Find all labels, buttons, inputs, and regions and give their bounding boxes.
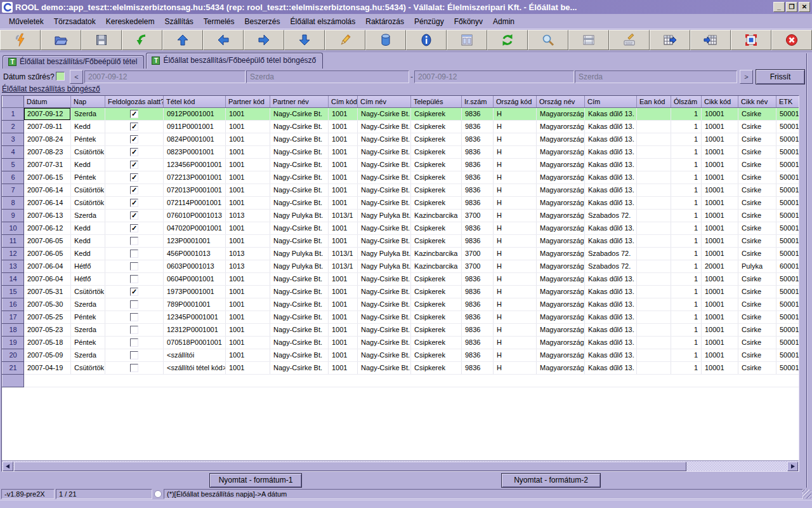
cell[interactable]: H <box>494 222 537 234</box>
cell[interactable]: Csütörtök <box>71 361 105 374</box>
cell[interactable]: 1001 <box>226 107 270 120</box>
cell[interactable]: H <box>494 298 537 311</box>
cell[interactable]: 072114P0001001 <box>164 196 226 209</box>
cell[interactable]: 2007-05-31 <box>24 285 71 298</box>
cell[interactable]: 1 <box>671 145 702 158</box>
minimize-button[interactable]: _ <box>773 2 785 12</box>
cell[interactable]: 1001 <box>329 349 358 361</box>
cell[interactable]: 2007-06-13 <box>24 209 71 222</box>
cell[interactable] <box>637 234 671 247</box>
menu-item[interactable]: Műveletek <box>4 15 49 28</box>
cell[interactable]: 1001 <box>329 184 358 196</box>
cell[interactable]: 50001 <box>776 272 799 285</box>
processing-checkbox[interactable]: ✓ <box>130 211 138 220</box>
cell[interactable]: 20001 <box>702 260 738 272</box>
cell[interactable]: Nagy-Csirke Bt. <box>270 184 329 196</box>
row-number[interactable]: 16 <box>3 298 24 311</box>
cell[interactable]: Magyarország <box>537 171 585 184</box>
prev-record-button[interactable] <box>203 30 244 50</box>
cell[interactable]: Csipkerek <box>411 184 462 196</box>
cell[interactable]: 070518P0001001 <box>164 336 226 349</box>
cell[interactable]: Nagy-Csirke Bt. <box>358 298 411 311</box>
cell[interactable]: 1001 <box>226 272 270 285</box>
row-number[interactable]: 13 <box>3 260 24 272</box>
cell[interactable]: Nagy-Csirke Bt. <box>358 107 411 120</box>
cell[interactable]: 1013/1 <box>329 247 358 260</box>
processing-checkbox[interactable] <box>130 300 138 309</box>
cell[interactable]: Kedd <box>71 222 105 234</box>
cell[interactable]: 50001 <box>776 209 799 222</box>
cell[interactable]: Nagy Pulyka Bt. <box>270 260 329 272</box>
cell[interactable]: Nagy-Csirke Bt. <box>358 361 411 374</box>
cell[interactable]: 12312P0001001 <box>164 323 226 336</box>
cell[interactable]: Szabados 72. <box>585 209 637 222</box>
cell[interactable]: <szállítói <box>164 349 226 361</box>
cell[interactable] <box>637 107 671 120</box>
cell[interactable]: 1001 <box>329 336 358 349</box>
processing-checkbox[interactable] <box>130 262 138 271</box>
cell[interactable]: 1001 <box>329 298 358 311</box>
cell[interactable]: 2007-09-12 <box>24 107 71 120</box>
cell[interactable]: H <box>494 184 537 196</box>
cell[interactable]: Nagy-Csirke Bt. <box>270 133 329 145</box>
refresh-button[interactable] <box>487 30 528 50</box>
cell[interactable]: 1001 <box>329 107 358 120</box>
exit-app-button[interactable] <box>0 30 41 50</box>
cell[interactable]: 1001 <box>226 171 270 184</box>
cell[interactable]: 1001 <box>226 361 270 374</box>
cell[interactable]: 9836 <box>462 222 494 234</box>
cell[interactable]: Csirke <box>738 158 776 171</box>
cell[interactable]: 10001 <box>702 133 738 145</box>
cell[interactable]: 10001 <box>702 323 738 336</box>
cell[interactable]: 1001 <box>226 133 270 145</box>
row-number[interactable]: 6 <box>3 171 24 184</box>
cell[interactable]: Kakas dűlő 13. <box>585 323 637 336</box>
cell[interactable]: Nagy-Csirke Bt. <box>270 361 329 374</box>
cell[interactable]: <szállítói tétel kód> <box>164 361 226 374</box>
processing-checkbox[interactable]: ✓ <box>130 161 138 169</box>
day-from-field[interactable]: Szerda <box>246 70 409 83</box>
cell[interactable]: 072013P0001001 <box>164 184 226 196</box>
cell[interactable]: 1001 <box>226 323 270 336</box>
prev-day-button[interactable]: < <box>70 70 83 84</box>
cell[interactable]: 1 <box>671 158 702 171</box>
cell[interactable]: Nagy Pulyka Bt. <box>270 247 329 260</box>
cell[interactable]: 50001 <box>776 133 799 145</box>
cell[interactable]: 9836 <box>462 323 494 336</box>
scroll-right-button[interactable] <box>787 462 798 471</box>
cell[interactable]: 10001 <box>702 120 738 133</box>
cell[interactable]: 9836 <box>462 361 494 374</box>
cell[interactable]: 1001 <box>329 196 358 209</box>
cell[interactable]: Csirke <box>738 298 776 311</box>
cell[interactable]: Magyarország <box>537 311 585 323</box>
cell[interactable]: 1001 <box>329 311 358 323</box>
next-day-button[interactable]: > <box>740 70 753 84</box>
cell[interactable]: Nagy Pulyka Bt. <box>358 260 411 272</box>
cell[interactable]: Kakas dűlő 13. <box>585 158 637 171</box>
cell[interactable]: Csipkerek <box>411 222 462 234</box>
cell[interactable]: Péntek <box>71 336 105 349</box>
cell[interactable]: Magyarország <box>537 323 585 336</box>
menu-item[interactable]: Termelés <box>199 15 240 28</box>
cell[interactable]: Kedd <box>71 120 105 133</box>
refresh-data-button[interactable]: Frissít <box>756 69 805 84</box>
row-number[interactable]: 2 <box>3 120 24 133</box>
scrollbar-thumb[interactable] <box>14 462 686 471</box>
cell[interactable]: 50001 <box>776 222 799 234</box>
edit-button[interactable] <box>325 30 365 50</box>
processing-checkbox[interactable] <box>130 237 138 245</box>
cell[interactable] <box>637 120 671 133</box>
cell[interactable]: H <box>494 272 537 285</box>
cell[interactable]: 9836 <box>462 311 494 323</box>
undo-button[interactable] <box>122 30 162 50</box>
processing-checkbox[interactable] <box>130 364 138 372</box>
cell[interactable]: 047020P0001001 <box>164 222 226 234</box>
close-button[interactable]: ✕ <box>799 2 810 12</box>
cell[interactable]: Magyarország <box>537 209 585 222</box>
cell[interactable]: Pulyka <box>738 260 776 272</box>
cell[interactable]: Magyarország <box>537 184 585 196</box>
cell[interactable]: Csipkerek <box>411 349 462 361</box>
cell[interactable]: Nagy-Csirke Bt. <box>270 120 329 133</box>
cell[interactable]: 10001 <box>702 222 738 234</box>
day-to-field[interactable]: Szerda <box>575 70 737 83</box>
